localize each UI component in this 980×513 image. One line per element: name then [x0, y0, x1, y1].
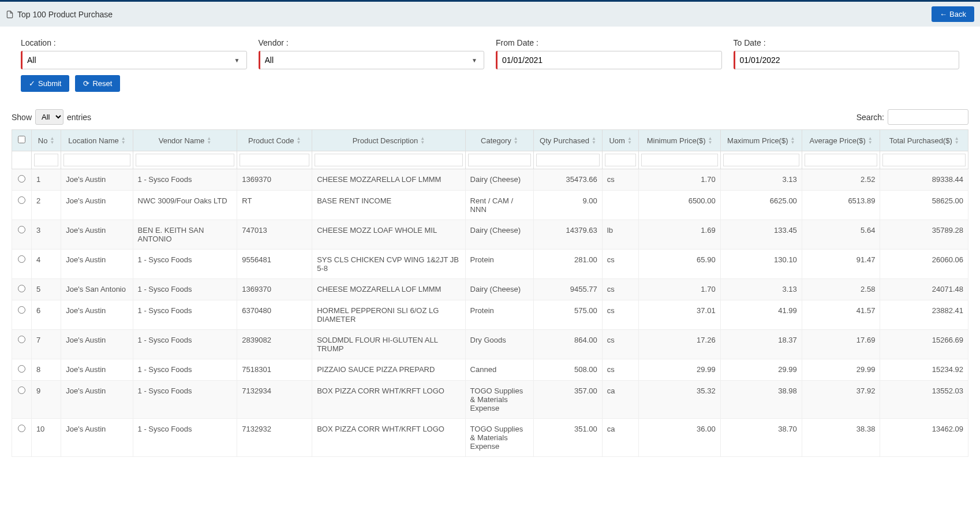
cell-location: Joe's Austin: [61, 381, 133, 419]
from-date-label: From Date :: [496, 38, 722, 47]
cell-min: 1.70: [639, 279, 720, 300]
filter-desc[interactable]: [315, 154, 462, 166]
row-selector[interactable]: [18, 386, 25, 394]
filter-uom[interactable]: [605, 154, 637, 166]
filter-location[interactable]: [63, 154, 130, 166]
cell-avg: 41.57: [802, 300, 880, 330]
filter-code[interactable]: [240, 154, 309, 166]
from-date-input[interactable]: [496, 51, 722, 69]
col-desc[interactable]: Product Description▲▼: [312, 130, 465, 151]
filter-max[interactable]: [723, 154, 799, 166]
cell-uom: cs: [602, 279, 639, 300]
cell-category: TOGO Supplies & Materials Expense: [465, 419, 534, 457]
row-selector[interactable]: [18, 365, 25, 373]
row-selector[interactable]: [18, 336, 25, 343]
cell-avg: 2.58: [802, 279, 880, 300]
cell-category: Rent / CAM / NNN: [465, 191, 534, 220]
entries-select[interactable]: All: [35, 109, 63, 125]
sort-icon: ▲▼: [207, 136, 211, 144]
table-row: 7Joe's Austin1 - Sysco Foods2839082SOLDM…: [12, 330, 968, 359]
filter-avg[interactable]: [805, 154, 878, 166]
cell-qty: 9.00: [534, 191, 603, 220]
cell-category: Canned: [465, 359, 534, 381]
cell-code: 7132932: [237, 419, 312, 457]
cell-qty: 508.00: [534, 359, 603, 381]
row-selector[interactable]: [18, 226, 25, 233]
cell-max: 133.45: [720, 220, 802, 250]
cell-avg: 17.69: [802, 330, 880, 359]
location-label: Location :: [21, 38, 247, 47]
filter-min[interactable]: [641, 154, 717, 166]
col-vendor[interactable]: Vendor Name▲▼: [133, 130, 237, 151]
cell-vendor: 1 - Sysco Foods: [133, 419, 237, 457]
cell-category: Dairy (Cheese): [465, 220, 534, 250]
sort-icon: ▲▼: [868, 136, 873, 144]
cell-qty: 35473.66: [534, 169, 603, 191]
required-indicator: [259, 51, 260, 69]
filter-category[interactable]: [468, 154, 532, 166]
col-min[interactable]: Minimum Price($)▲▼: [639, 130, 720, 151]
cell-total: 24071.48: [880, 279, 968, 300]
filter-vendor[interactable]: [136, 154, 235, 166]
required-indicator: [21, 51, 23, 69]
cell-no: 8: [31, 359, 61, 381]
row-selector[interactable]: [18, 196, 25, 204]
cell-code: 9556481: [237, 250, 312, 279]
row-selector[interactable]: [18, 175, 25, 183]
cell-category: Dry Goods: [465, 330, 534, 359]
cell-avg: 29.99: [802, 359, 880, 381]
cell-location: Joe's Austin: [61, 359, 133, 381]
filter-total[interactable]: [882, 154, 966, 166]
table-row: 1Joe's Austin1 - Sysco Foods1369370CHEES…: [12, 169, 968, 191]
row-selector[interactable]: [18, 255, 25, 263]
row-selector[interactable]: [18, 425, 25, 432]
cell-uom: cs: [602, 169, 639, 191]
search-input[interactable]: [888, 109, 968, 125]
table-row: 10Joe's Austin1 - Sysco Foods7132932BOX …: [12, 419, 968, 457]
cell-uom: ca: [602, 419, 639, 457]
cell-location: Joe's Austin: [61, 220, 133, 250]
cell-desc: PIZZAIO SAUCE PIZZA PREPARD: [312, 359, 465, 381]
from-date-filter: From Date :: [496, 38, 722, 69]
cell-category: Dairy (Cheese): [465, 279, 534, 300]
col-total[interactable]: Total Purchased($)▲▼: [880, 130, 968, 151]
back-button[interactable]: ← Back: [932, 6, 974, 22]
sort-icon: ▲▼: [791, 136, 795, 144]
cell-vendor: 1 - Sysco Foods: [133, 279, 237, 300]
row-selector[interactable]: [18, 285, 25, 292]
col-code[interactable]: Product Code▲▼: [237, 130, 312, 151]
cell-uom: cs: [602, 300, 639, 330]
col-qty[interactable]: Qty Purchased▲▼: [534, 130, 603, 151]
cell-total: 58625.00: [880, 191, 968, 220]
cell-no: 5: [31, 279, 61, 300]
sort-icon: ▲▼: [121, 136, 126, 144]
cell-desc: BOX PIZZA CORR WHT/KRFT LOGO: [312, 381, 465, 419]
cell-total: 15234.92: [880, 359, 968, 381]
col-location[interactable]: Location Name▲▼: [61, 130, 133, 151]
to-date-input[interactable]: [734, 51, 960, 69]
cell-max: 18.37: [720, 330, 802, 359]
reset-button[interactable]: ⟳ Reset: [75, 75, 120, 92]
col-uom[interactable]: Uom▲▼: [602, 130, 639, 151]
col-max[interactable]: Maximum Price($)▲▼: [720, 130, 802, 151]
col-avg[interactable]: Average Price($)▲▼: [802, 130, 880, 151]
filter-no[interactable]: [34, 154, 58, 166]
location-select[interactable]: All: [21, 51, 247, 69]
table-row: 4Joe's Austin1 - Sysco Foods9556481SYS C…: [12, 250, 968, 279]
cell-desc: CHEESE MOZZ LOAF WHOLE MIL: [312, 220, 465, 250]
select-all-checkbox[interactable]: [18, 136, 25, 143]
col-no[interactable]: No▲▼: [31, 130, 61, 151]
cell-total: 13552.03: [880, 381, 968, 419]
cell-qty: 14379.63: [534, 220, 603, 250]
submit-button[interactable]: ✓ Submit: [21, 75, 69, 92]
cell-max: 41.99: [720, 300, 802, 330]
col-category[interactable]: Category▲▼: [465, 130, 534, 151]
row-selector[interactable]: [18, 306, 25, 314]
sort-icon: ▲▼: [955, 136, 959, 144]
arrow-left-icon: ←: [940, 10, 947, 18]
vendor-select[interactable]: All: [259, 51, 485, 69]
cell-vendor: 1 - Sysco Foods: [133, 250, 237, 279]
cell-desc: SYS CLS CHICKEN CVP WING 1&2JT JB 5-8: [312, 250, 465, 279]
cell-total: 89338.44: [880, 169, 968, 191]
filter-qty[interactable]: [536, 154, 600, 166]
